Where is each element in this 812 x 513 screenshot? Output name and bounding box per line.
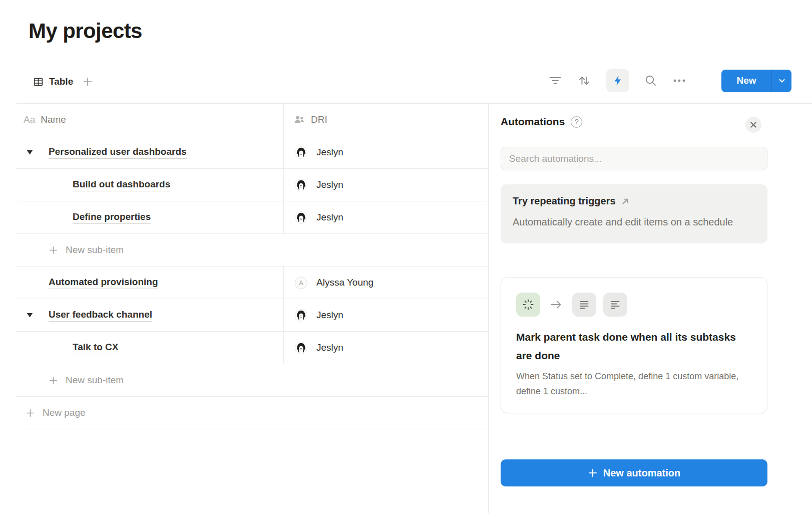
text-property-icon: Aa xyxy=(24,114,35,125)
disclosure-triangle-icon[interactable] xyxy=(27,149,33,155)
search-button[interactable] xyxy=(644,74,657,87)
panel-divider xyxy=(488,104,489,513)
dri-name: Jeslyn xyxy=(316,212,343,223)
plus-icon xyxy=(49,376,58,385)
name-column-header[interactable]: Aa Name xyxy=(17,104,283,136)
page-link[interactable]: Define properties xyxy=(73,211,151,224)
new-page-button[interactable]: New page xyxy=(17,397,488,429)
notion-database-page: My projects Table xyxy=(0,0,812,513)
views-bar: Table xyxy=(33,73,93,90)
add-view-button[interactable] xyxy=(82,76,93,87)
dri-cell[interactable]: Jeslyn xyxy=(283,136,488,168)
more-options-button[interactable] xyxy=(672,79,686,83)
avatar-jeslyn xyxy=(295,342,307,354)
automations-panel-title: Automations xyxy=(501,116,565,128)
new-sub-item-button[interactable]: New sub-item xyxy=(17,234,488,266)
automation-card[interactable]: Mark parent task done when all its subta… xyxy=(501,277,767,413)
plus-icon xyxy=(49,245,58,255)
table-row: New page xyxy=(17,397,488,429)
dri-column-header[interactable]: DRI xyxy=(283,104,488,136)
table-row: Personalized user dashboardsJeslyn xyxy=(17,136,488,169)
name-cell: Automated provisioning xyxy=(17,267,283,299)
name-column-label: Name xyxy=(41,114,66,125)
page-link[interactable]: Build out dashboards xyxy=(73,179,170,191)
name-cell: User feedback channel xyxy=(17,299,283,331)
new-button[interactable]: New xyxy=(721,70,791,92)
action-label: New sub-item xyxy=(66,375,124,386)
trigger-spinner-icon xyxy=(516,293,540,317)
automation-card-title: Mark parent task done when all its subta… xyxy=(516,328,752,365)
table-row: User feedback channelJeslyn xyxy=(17,299,488,332)
sort-button[interactable] xyxy=(577,75,591,87)
page-link[interactable]: Automated provisioning xyxy=(49,277,158,289)
database-table: Aa Name DRI Personalized user dashboards… xyxy=(17,104,488,429)
chevron-down-icon xyxy=(777,76,786,85)
view-toolbar: New xyxy=(548,69,791,92)
promo-description: Automatically create and edit items on a… xyxy=(513,212,755,231)
action-label: New sub-item xyxy=(66,244,124,255)
external-arrow-icon xyxy=(621,197,630,206)
plus-icon xyxy=(588,468,598,478)
avatar-jeslyn xyxy=(295,146,307,159)
dri-cell[interactable]: AAlyssa Young xyxy=(283,267,488,299)
people-icon xyxy=(293,114,305,125)
table-body: Personalized user dashboardsJeslynBuild … xyxy=(17,136,488,429)
page-link[interactable]: Personalized user dashboards xyxy=(49,146,187,159)
table-row: New sub-item xyxy=(17,234,488,267)
dri-name: Alyssa Young xyxy=(316,277,373,288)
disclosure-triangle-icon[interactable] xyxy=(27,312,33,318)
dri-name: Jeslyn xyxy=(316,310,343,321)
promo-title: Try repeating triggers xyxy=(513,195,616,207)
dri-cell[interactable]: Jeslyn xyxy=(283,299,488,331)
new-button-dropdown[interactable] xyxy=(771,70,791,92)
table-row: Automated provisioningAAlyssa Young xyxy=(17,267,488,299)
page-link[interactable]: User feedback channel xyxy=(49,309,152,322)
automations-search-input[interactable] xyxy=(501,147,767,170)
avatar-jeslyn xyxy=(295,211,307,224)
automations-button[interactable] xyxy=(606,69,629,92)
automation-card-description: When Status set to Complete, define 1 cu… xyxy=(516,369,752,399)
table-row: New sub-item xyxy=(17,364,488,397)
name-cell: Personalized user dashboards xyxy=(17,136,283,168)
name-cell: Define properties xyxy=(17,201,283,233)
automation-flow-icons xyxy=(516,293,752,317)
dri-cell[interactable]: Jeslyn xyxy=(283,169,488,201)
table-row: Build out dashboardsJeslyn xyxy=(17,169,488,201)
action-label: New page xyxy=(43,407,86,418)
dri-column-label: DRI xyxy=(311,114,327,125)
filter-icon xyxy=(548,75,562,87)
dri-name: Jeslyn xyxy=(316,147,343,158)
edit-page-icon xyxy=(603,293,627,317)
table-header-row: Aa Name DRI xyxy=(17,104,488,136)
lightning-bolt-icon xyxy=(612,75,624,87)
new-sub-item-button[interactable]: New sub-item xyxy=(17,364,488,396)
new-button-label: New xyxy=(721,70,771,92)
table-row: Talk to CXJeslyn xyxy=(17,332,488,364)
close-icon xyxy=(749,121,757,129)
help-button[interactable]: ? xyxy=(571,116,582,128)
ellipsis-icon xyxy=(672,79,686,83)
arrow-right-icon xyxy=(550,299,563,310)
avatar-letter: A xyxy=(295,277,307,289)
dri-cell[interactable]: Jeslyn xyxy=(283,332,488,364)
new-automation-button[interactable]: New automation xyxy=(501,459,767,486)
edit-page-icon xyxy=(572,293,596,317)
plus-icon xyxy=(26,408,35,418)
close-panel-button[interactable] xyxy=(745,117,761,133)
dri-name: Jeslyn xyxy=(316,179,343,190)
avatar-jeslyn xyxy=(295,179,307,191)
filter-button[interactable] xyxy=(548,75,562,87)
plus-icon xyxy=(82,76,93,87)
sort-icon xyxy=(577,75,591,87)
dri-name: Jeslyn xyxy=(316,342,343,353)
view-tab-label: Table xyxy=(49,76,73,87)
table-row: Define propertiesJeslyn xyxy=(17,201,488,234)
name-cell: Build out dashboards xyxy=(17,169,283,201)
page-title: My projects xyxy=(29,19,142,43)
avatar-jeslyn xyxy=(295,309,307,322)
name-cell: Talk to CX xyxy=(17,332,283,364)
dri-cell[interactable]: Jeslyn xyxy=(283,201,488,233)
repeating-triggers-promo-card[interactable]: Try repeating triggers Automatically cre… xyxy=(501,184,767,243)
tab-table-view[interactable]: Table xyxy=(33,76,73,87)
page-link[interactable]: Talk to CX xyxy=(73,342,119,354)
